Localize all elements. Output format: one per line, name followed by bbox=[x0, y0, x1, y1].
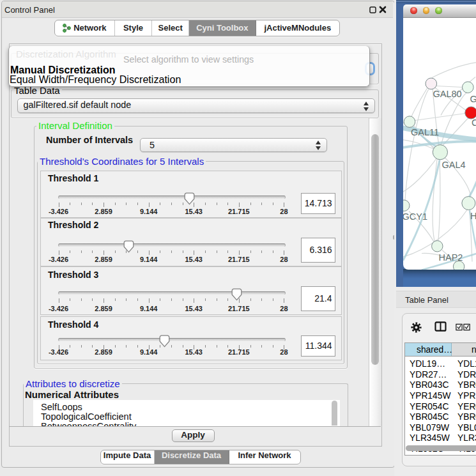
svg-text:GCY1: GCY1 bbox=[403, 211, 427, 222]
svg-text:GAL1: GAL1 bbox=[470, 93, 476, 104]
svg-text:GAL80: GAL80 bbox=[433, 89, 462, 99]
svg-text:HAP2: HAP2 bbox=[439, 252, 463, 263]
svg-text:HIS7: HIS7 bbox=[470, 211, 476, 221]
svg-text:GAL11: GAL11 bbox=[411, 127, 439, 137]
svg-text:CYC: CYC bbox=[472, 117, 476, 127]
svg-text:GAL4: GAL4 bbox=[442, 160, 466, 170]
